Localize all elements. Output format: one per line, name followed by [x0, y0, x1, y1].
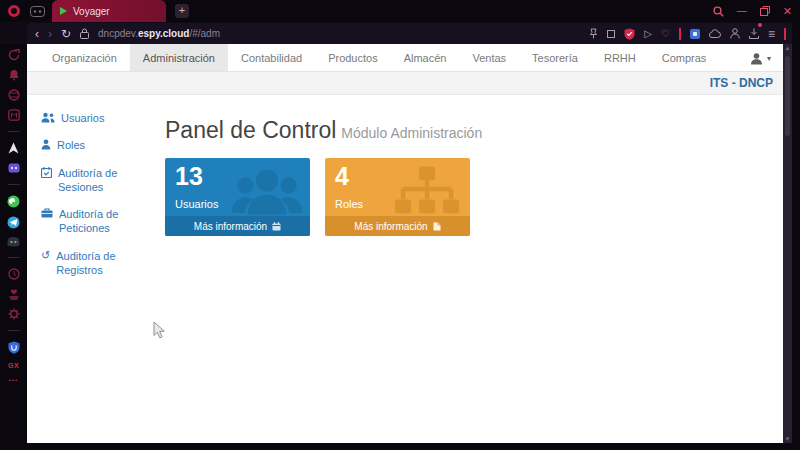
close-button[interactable]: ✕	[783, 6, 792, 17]
main-content: Panel de ControlMódulo Administración 13…	[159, 95, 783, 277]
flow-send-icon[interactable]: ▷	[644, 29, 652, 39]
page-subtitle: Módulo Administración	[341, 125, 482, 141]
divider	[679, 28, 681, 40]
calendar-icon	[272, 222, 281, 231]
rail-overflow-dots[interactable]: •••	[9, 377, 18, 383]
ball-icon[interactable]	[8, 89, 20, 101]
voyager-favicon	[60, 7, 67, 15]
stat-card-roles[interactable]: 4 Roles Más información	[325, 158, 470, 236]
gx-logo[interactable]: GX	[8, 362, 19, 369]
player-app-icon[interactable]	[8, 162, 20, 174]
user-icon	[750, 52, 763, 65]
app-sidebar: Usuarios Roles Auditoría de Sesiones Aud…	[27, 95, 159, 277]
scroll-thumb[interactable]	[785, 56, 790, 136]
users-group-icon	[231, 165, 303, 219]
page-title: Panel de ControlMódulo Administración	[165, 117, 767, 144]
sidebar-item-usuarios[interactable]: Usuarios	[41, 111, 153, 125]
opera-gx-logo[interactable]	[8, 5, 20, 17]
search-icon[interactable]	[713, 6, 724, 17]
whatsapp-icon[interactable]	[7, 195, 20, 208]
profile-icon[interactable]	[730, 28, 740, 39]
page-scrollbar[interactable]: ▲ ▼	[783, 44, 792, 443]
extension-icon[interactable]	[690, 29, 700, 39]
telegram-icon[interactable]	[7, 216, 20, 229]
window-border	[0, 443, 800, 450]
minimize-button[interactable]: —	[737, 6, 747, 16]
sidebar-item-roles[interactable]: Roles	[41, 138, 153, 152]
app-nav-bar: Organización Administración Contabilidad…	[27, 44, 783, 72]
ublock-shield-icon[interactable]	[8, 341, 20, 354]
new-tab-button[interactable]: +	[175, 4, 189, 18]
hand-heart-icon[interactable]	[8, 288, 20, 300]
history-icon[interactable]	[8, 268, 20, 280]
sidebar-label: Roles	[57, 138, 85, 152]
aria-icon[interactable]	[8, 142, 19, 154]
cloud-icon[interactable]	[709, 29, 721, 38]
download-icon[interactable]	[749, 25, 759, 43]
divider	[8, 184, 20, 185]
caret-down-icon: ▾	[767, 54, 771, 63]
brand-text[interactable]: ITS - DNCP	[710, 76, 773, 90]
shield-badge-icon[interactable]	[624, 28, 635, 40]
easy-setup-menu-icon[interactable]: ≡	[768, 28, 775, 40]
user-dropdown[interactable]: ▾	[750, 44, 771, 72]
nav-item-organizacion[interactable]: Organización	[39, 44, 130, 71]
nav-item-productos[interactable]: Productos	[315, 44, 391, 71]
pin-icon[interactable]	[589, 28, 598, 39]
stat-card-usuarios[interactable]: 13 Usuarios Más información	[165, 158, 310, 236]
workspaces-icon[interactable]	[30, 6, 45, 17]
discord-icon[interactable]	[7, 237, 20, 247]
users-icon	[41, 112, 55, 123]
back-button[interactable]: ‹	[35, 28, 39, 40]
reload-button[interactable]: ↻	[61, 28, 71, 40]
nav-item-almacen[interactable]: Almacén	[391, 44, 460, 71]
sidebar-label: Auditoría de Sesiones	[58, 166, 153, 195]
sidebar-label: Auditoría de Registros	[56, 249, 153, 278]
tab-title: Voyager	[73, 6, 110, 17]
divider	[8, 257, 20, 258]
calendar-check-icon	[41, 167, 52, 178]
window-controls: — ✕	[713, 0, 792, 22]
nav-item-tesoreria[interactable]: Tesorería	[519, 44, 591, 71]
url-text[interactable]: dncpdev.espy.cloud/#/adm	[98, 28, 220, 39]
brand-bar: ITS - DNCP	[27, 72, 783, 95]
browser-tab-strip: Voyager + — ✕	[0, 0, 800, 22]
sitemap-icon	[391, 165, 463, 219]
sidebar-item-auditoria-registros[interactable]: ↺ Auditoría de Registros	[41, 249, 153, 278]
gx-corner-icon[interactable]	[8, 49, 20, 61]
tab-voyager[interactable]: Voyager	[52, 0, 166, 22]
scroll-up-arrow[interactable]: ▲	[785, 45, 791, 51]
sidebar-label: Usuarios	[61, 111, 104, 125]
forward-button[interactable]: ›	[48, 28, 52, 40]
more-info-link[interactable]: Más información	[325, 216, 470, 236]
gear-icon[interactable]	[8, 308, 20, 320]
window-border	[792, 0, 800, 450]
restore-button[interactable]	[760, 6, 770, 16]
lock-icon[interactable]	[80, 28, 89, 39]
more-info-link[interactable]: Más información	[165, 216, 310, 236]
download-badge	[758, 23, 762, 27]
bell-icon[interactable]	[8, 69, 20, 81]
m-app-icon[interactable]	[8, 109, 20, 121]
file-icon	[433, 222, 441, 231]
nav-item-compras[interactable]: Compras	[649, 44, 720, 71]
nav-item-rrhh[interactable]: RRHH	[591, 44, 649, 71]
divider	[784, 28, 786, 40]
divider	[8, 330, 20, 331]
nav-item-ventas[interactable]: Ventas	[459, 44, 519, 71]
nav-item-contabilidad[interactable]: Contabilidad	[228, 44, 315, 71]
web-page: Organización Administración Contabilidad…	[27, 44, 783, 443]
browser-side-rail: GX •••	[0, 44, 27, 443]
bookmark-heart-icon[interactable]: ♡	[661, 29, 670, 39]
sidebar-label: Auditoría de Peticiones	[59, 207, 153, 236]
user-icon	[41, 139, 51, 150]
sidebar-item-auditoria-peticiones[interactable]: Auditoría de Peticiones	[41, 207, 153, 236]
scroll-down-arrow[interactable]: ▼	[785, 436, 791, 442]
snapshot-icon[interactable]	[607, 30, 615, 38]
divider	[8, 131, 20, 132]
history-icon: ↺	[41, 250, 50, 261]
address-bar: ‹ › ↻ dncpdev.espy.cloud/#/adm ▷ ♡ ≡	[0, 22, 800, 44]
briefcase-icon	[41, 208, 53, 218]
nav-item-administracion[interactable]: Administración	[130, 44, 228, 71]
sidebar-item-auditoria-sesiones[interactable]: Auditoría de Sesiones	[41, 166, 153, 195]
